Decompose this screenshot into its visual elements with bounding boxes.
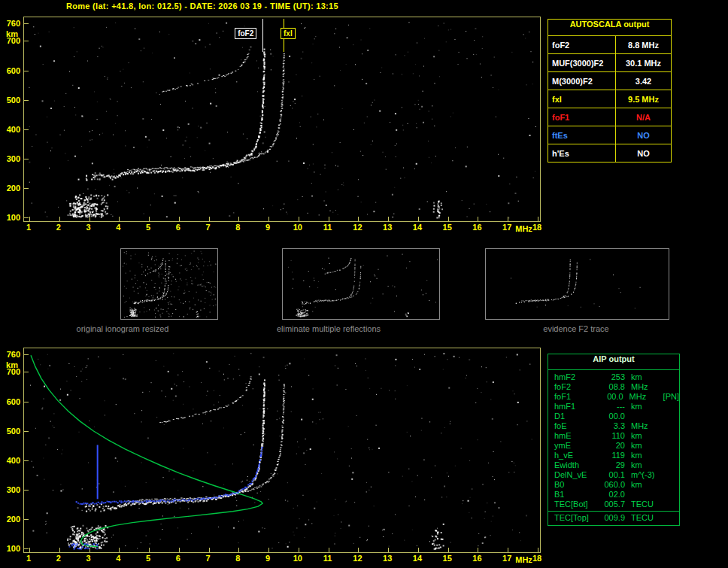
x-axis-tick-label: 8 (235, 554, 240, 563)
aip-row-value: 20 (599, 441, 625, 451)
aip-output-table: AIP output hmF2253kmfoF208.8MHzfoF100.0M… (548, 354, 680, 526)
aip-row-value: 00.1 (599, 470, 625, 480)
aip-table-row: D100.0 (548, 412, 679, 421)
x-axis-tick-label: 15 (443, 554, 452, 563)
y-axis-tick-label: 400 (7, 125, 20, 134)
foF2-marker-label: foF2 (235, 28, 256, 39)
y-axis-tick-label: 300 (7, 154, 20, 163)
x-axis-tick-label: 7 (206, 223, 211, 232)
aip-row-label: B1 (554, 490, 599, 500)
x-axis-tick-label: 3 (86, 554, 90, 563)
autoscala-row-label: MUF(3000)F2 (548, 54, 616, 71)
y-axis-tick-label: 500 (7, 427, 20, 436)
autoscala-row-value: NO (616, 144, 671, 162)
autoscala-row-label: foF1 (548, 108, 616, 126)
x-axis-tick-label: 12 (353, 554, 362, 563)
autoscala-row-value: 30.1 MHz (616, 54, 671, 71)
aip-table-row: hmF2253km (548, 372, 679, 382)
aip-row-unit: m^(-3) (625, 470, 661, 480)
autoscala-row-value: 9.5 MHz (616, 90, 671, 108)
aip-row-label: hmF1 (554, 402, 599, 412)
aip-row-note (661, 421, 679, 431)
x-axis-tick-label: 10 (293, 554, 302, 563)
x-axis-tick-label: 14 (413, 223, 422, 232)
x-axis-tick-label: 5 (146, 554, 150, 563)
aip-row-label: TEC[Bot] (554, 500, 599, 509)
aip-row-value: 08.8 (599, 382, 625, 392)
thumbnail-caption-f2-trace: evidence F2 trace (543, 324, 608, 333)
x-axis-tick-label: 5 (146, 223, 150, 232)
aip-row-label: ymE (554, 441, 599, 451)
aip-table-row: ymE20km (548, 441, 679, 451)
x-axis-tick-label: 2 (56, 554, 61, 563)
aip-row-label: h_vE (554, 451, 599, 460)
aip-table-header: AIP output (548, 354, 679, 370)
aip-row-note (661, 372, 679, 382)
aip-table-row: foF100.0MHz[PN] (548, 392, 679, 402)
top-ionogram-plot: foF2fxl (23, 17, 541, 222)
aip-row-note (661, 402, 679, 412)
thumbnail-original-ionogram-canvas (121, 249, 217, 319)
aip-row-unit: TECU (625, 500, 661, 509)
autoscala-app-window: Rome (lat: +41.8, lon: 012.5) - DATE: 20… (0, 0, 728, 568)
y-axis-tick-label: 100 (7, 213, 20, 222)
x-axis-tick-label: 18 (532, 223, 541, 232)
aip-row-value: 3.3 (599, 421, 625, 431)
aip-row-value: 02.0 (599, 490, 625, 500)
autoscala-row-value: NO (616, 126, 671, 144)
aip-row-note (661, 480, 679, 490)
x-axis-tick-label: 11 (323, 554, 332, 563)
aip-row-unit (625, 490, 661, 500)
thumbnail-multiple-reflections-canvas (283, 249, 439, 319)
aip-table-row: foE3.3MHz (548, 421, 679, 431)
aip-row-value: 009.9 (599, 513, 625, 523)
bottom-ionogram-plot (23, 348, 541, 553)
x-axis-tick-label: 4 (116, 554, 120, 563)
aip-row-unit: km (625, 372, 661, 382)
aip-table-row: B102.0 (548, 490, 679, 500)
bottom-ionogram-canvas (24, 348, 540, 552)
autoscala-row-label: ftEs (548, 126, 616, 144)
aip-row-note (661, 470, 679, 480)
autoscala-table-row: fxl9.5 MHz (548, 90, 671, 108)
aip-row-value: 29 (599, 460, 625, 470)
x-axis-tick-label: 7 (206, 554, 211, 563)
aip-row-note (661, 451, 679, 460)
aip-row-note (661, 490, 679, 500)
x-axis-tick-label: 3 (86, 223, 90, 232)
aip-row-note (661, 412, 679, 421)
aip-table-row: hmF1---km (548, 402, 679, 412)
aip-table-row: Ewidth29km (548, 460, 679, 470)
y-axis-unit-label: km (6, 29, 18, 38)
thumbnail-f2-trace-canvas (486, 249, 669, 319)
autoscala-table-header: AUTOSCALA output (548, 20, 671, 36)
aip-row-label: DelN_vE (554, 470, 599, 480)
aip-row-unit: km (625, 402, 661, 412)
autoscala-table-row: foF28.8 MHz (548, 36, 671, 54)
x-axis-tick-label: 6 (176, 554, 180, 563)
x-axis-tick-label: 1 (26, 223, 31, 232)
thumbnail-f2-trace-evidence (485, 248, 669, 320)
x-axis-tick-label: 17 (502, 554, 511, 563)
autoscala-row-label: h'Es (548, 144, 616, 162)
aip-row-unit: MHz (625, 382, 661, 392)
aip-row-value: 00.0 (599, 412, 625, 421)
thumbnail-caption-original: original ionogram resized (77, 324, 169, 333)
aip-row-unit: MHz (623, 392, 659, 402)
y-axis-tick-label: 200 (7, 184, 20, 193)
aip-table-row: DelN_vE00.1m^(-3) (548, 470, 679, 480)
x-axis-tick-label: 10 (293, 223, 302, 232)
aip-row-label: hmE (554, 431, 599, 441)
aip-row-unit: km (625, 460, 661, 470)
aip-row-value: 060.0 (599, 480, 625, 490)
y-axis-unit-label: km (6, 360, 18, 369)
aip-row-note (661, 460, 679, 470)
x-axis-tick-label: 12 (353, 223, 362, 232)
x-axis-unit-label: MHz (515, 555, 532, 564)
bottom-ionogram-x-axis: 123456789101112131415161718MHz (23, 552, 557, 564)
autoscala-row-value: 8.8 MHz (616, 36, 671, 53)
x-axis-tick-label: 16 (472, 223, 481, 232)
x-axis-tick-label: 13 (383, 554, 392, 563)
aip-row-unit: km (625, 431, 661, 441)
aip-table-row: foF208.8MHz (548, 382, 679, 392)
